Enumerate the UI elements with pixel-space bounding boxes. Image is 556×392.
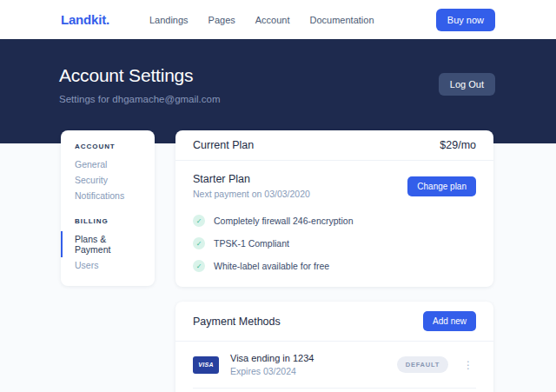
page-subtitle: Settings for dhgamache@gmail.com	[59, 94, 221, 104]
feature-label: Completely firewall 246-encryption	[214, 216, 354, 226]
feature-item: ✓ Completely firewall 246-encryption	[193, 213, 476, 229]
plan-features: ✓ Completely firewall 246-encryption ✓ T…	[193, 213, 476, 274]
nav-link-account[interactable]: Account	[255, 15, 290, 25]
kebab-menu-icon[interactable]: ⋮	[460, 358, 476, 372]
check-icon: ✓	[193, 215, 205, 227]
visa-icon: VISA	[193, 356, 219, 374]
check-icon: ✓	[193, 260, 205, 272]
settings-panels: Current Plan $29/mo Starter Plan Next pa…	[175, 130, 493, 392]
check-icon: ✓	[193, 237, 205, 249]
payment-methods-header: Payment Methods Add new	[175, 302, 493, 342]
change-plan-button[interactable]: Change plan	[407, 176, 476, 196]
feature-label: White-label available for free	[214, 261, 329, 271]
hero-text: Account Settings Settings for dhgamache@…	[59, 65, 221, 104]
feature-item: ✓ White-label available for free	[193, 258, 476, 274]
plan-next-payment: Next payment on 03/03/2020	[193, 189, 310, 199]
hero-section: Account Settings Settings for dhgamache@…	[0, 39, 556, 143]
current-plan-card: Current Plan $29/mo Starter Plan Next pa…	[175, 130, 493, 287]
buy-now-button[interactable]: Buy now	[436, 9, 495, 31]
payment-card-expiry: Expires 03/2024	[230, 366, 314, 376]
sidebar-heading-billing: BILLING	[61, 217, 155, 225]
current-plan-body: Starter Plan Next payment on 03/03/2020 …	[175, 161, 493, 287]
payment-card-title: Visa ending in 1234	[230, 353, 314, 363]
plan-name: Starter Plan	[193, 173, 310, 185]
feature-label: TPSK-1 Compliant	[214, 238, 289, 249]
nav-link-pages[interactable]: Pages	[208, 15, 235, 25]
payment-methods-title: Payment Methods	[193, 316, 281, 328]
sidebar-item-plans-payment[interactable]: Plans & Payment	[61, 231, 155, 257]
top-navbar: Landkit. Landings Pages Account Document…	[0, 0, 556, 39]
payment-card-actions: DEFAULT ⋮	[397, 356, 476, 373]
current-plan-header: Current Plan $29/mo	[175, 130, 493, 161]
sidebar-item-users[interactable]: Users	[61, 257, 155, 273]
settings-sidebar: ACCOUNT General Security Notifications B…	[61, 130, 155, 286]
sidebar-item-security[interactable]: Security	[61, 172, 155, 188]
default-badge: DEFAULT	[397, 356, 448, 373]
payment-card-info: Visa ending in 1234 Expires 03/2024	[230, 353, 314, 376]
payment-methods-card: Payment Methods Add new VISA Visa ending…	[175, 302, 493, 392]
landkit-logo[interactable]: Landkit.	[61, 12, 109, 27]
nav-link-landings[interactable]: Landings	[149, 15, 189, 25]
nav-link-documentation[interactable]: Documentation	[310, 15, 374, 25]
log-out-button[interactable]: Log Out	[439, 73, 495, 96]
plan-price: $29/mo	[440, 139, 476, 151]
payment-card-row-mastercard: Mastercard ending in 1234 ⋮	[175, 389, 493, 392]
main-content: ACCOUNT General Security Notifications B…	[0, 130, 556, 392]
sidebar-item-notifications[interactable]: Notifications	[61, 188, 155, 203]
feature-item: ✓ TPSK-1 Compliant	[193, 236, 476, 251]
nav-links: Landings Pages Account Documentation	[149, 15, 374, 25]
plan-row: Starter Plan Next payment on 03/03/2020 …	[193, 173, 476, 199]
page-title: Account Settings	[59, 65, 221, 86]
plan-info: Starter Plan Next payment on 03/03/2020	[193, 173, 310, 199]
add-new-button[interactable]: Add new	[423, 311, 476, 331]
sidebar-item-general[interactable]: General	[61, 156, 155, 172]
sidebar-heading-account: ACCOUNT	[61, 143, 155, 150]
current-plan-title: Current Plan	[193, 139, 254, 151]
payment-card-row-visa: VISA Visa ending in 1234 Expires 03/2024…	[175, 342, 493, 388]
